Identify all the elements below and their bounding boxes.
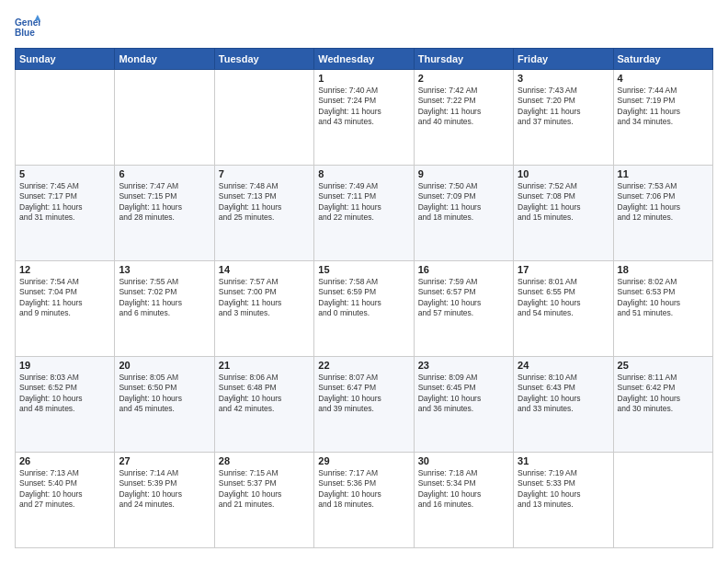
weekday-header-tuesday: Tuesday	[214, 49, 313, 70]
calendar-cell: 12Sunrise: 7:54 AM Sunset: 7:04 PM Dayli…	[16, 261, 115, 357]
calendar-cell: 27Sunrise: 7:14 AM Sunset: 5:39 PM Dayli…	[115, 453, 214, 548]
calendar-cell: 19Sunrise: 8:03 AM Sunset: 6:52 PM Dayli…	[16, 357, 115, 453]
calendar-cell: 8Sunrise: 7:49 AM Sunset: 7:11 PM Daylig…	[314, 166, 414, 261]
day-detail: Sunrise: 7:15 AM Sunset: 5:37 PM Dayligh…	[219, 468, 310, 511]
day-number: 3	[518, 73, 609, 84]
day-detail: Sunrise: 8:11 AM Sunset: 6:42 PM Dayligh…	[618, 373, 709, 415]
day-detail: Sunrise: 8:10 AM Sunset: 6:43 PM Dayligh…	[518, 373, 609, 415]
day-detail: Sunrise: 7:52 AM Sunset: 7:08 PM Dayligh…	[518, 181, 609, 224]
day-detail: Sunrise: 7:58 AM Sunset: 6:59 PM Dayligh…	[318, 277, 409, 319]
calendar-cell: 16Sunrise: 7:59 AM Sunset: 6:57 PM Dayli…	[414, 261, 513, 357]
calendar-cell: 10Sunrise: 7:52 AM Sunset: 7:08 PM Dayli…	[514, 166, 613, 261]
calendar-cell	[16, 70, 115, 166]
calendar-cell	[115, 70, 214, 166]
day-detail: Sunrise: 7:59 AM Sunset: 6:57 PM Dayligh…	[418, 277, 509, 319]
day-detail: Sunrise: 7:47 AM Sunset: 7:15 PM Dayligh…	[119, 181, 210, 224]
calendar-cell: 6Sunrise: 7:47 AM Sunset: 7:15 PM Daylig…	[115, 166, 214, 261]
calendar-cell: 20Sunrise: 8:05 AM Sunset: 6:50 PM Dayli…	[115, 357, 214, 453]
calendar-cell: 14Sunrise: 7:57 AM Sunset: 7:00 PM Dayli…	[214, 261, 313, 357]
day-detail: Sunrise: 8:07 AM Sunset: 6:47 PM Dayligh…	[318, 373, 409, 415]
calendar-cell: 29Sunrise: 7:17 AM Sunset: 5:36 PM Dayli…	[314, 453, 414, 548]
day-detail: Sunrise: 7:55 AM Sunset: 7:02 PM Dayligh…	[119, 277, 210, 319]
calendar-cell: 23Sunrise: 8:09 AM Sunset: 6:45 PM Dayli…	[414, 357, 513, 453]
calendar-cell: 17Sunrise: 8:01 AM Sunset: 6:55 PM Dayli…	[514, 261, 613, 357]
day-number: 6	[119, 168, 210, 179]
day-number: 23	[418, 360, 509, 371]
day-detail: Sunrise: 7:18 AM Sunset: 5:34 PM Dayligh…	[418, 468, 509, 511]
day-detail: Sunrise: 8:09 AM Sunset: 6:45 PM Dayligh…	[418, 373, 509, 415]
calendar-cell: 3Sunrise: 7:43 AM Sunset: 7:20 PM Daylig…	[514, 70, 613, 166]
logo: General Blue	[15, 15, 44, 40]
day-number: 4	[618, 73, 709, 84]
day-number: 12	[19, 264, 110, 275]
day-number: 31	[518, 455, 609, 466]
weekday-header-monday: Monday	[115, 49, 214, 70]
day-detail: Sunrise: 8:05 AM Sunset: 6:50 PM Dayligh…	[119, 373, 210, 415]
day-detail: Sunrise: 7:45 AM Sunset: 7:17 PM Dayligh…	[19, 181, 110, 224]
calendar-cell: 2Sunrise: 7:42 AM Sunset: 7:22 PM Daylig…	[414, 70, 513, 166]
day-number: 10	[518, 168, 609, 179]
day-number: 13	[119, 264, 210, 275]
day-number: 11	[618, 168, 709, 179]
day-detail: Sunrise: 7:50 AM Sunset: 7:09 PM Dayligh…	[418, 181, 509, 224]
day-number: 18	[618, 264, 709, 275]
day-number: 21	[219, 360, 310, 371]
day-detail: Sunrise: 7:53 AM Sunset: 7:06 PM Dayligh…	[618, 181, 709, 224]
day-detail: Sunrise: 8:03 AM Sunset: 6:52 PM Dayligh…	[19, 373, 110, 415]
calendar-table: SundayMondayTuesdayWednesdayThursdayFrid…	[15, 48, 713, 548]
day-detail: Sunrise: 7:17 AM Sunset: 5:36 PM Dayligh…	[318, 468, 409, 511]
day-detail: Sunrise: 7:54 AM Sunset: 7:04 PM Dayligh…	[19, 277, 110, 319]
day-number: 8	[318, 168, 409, 179]
day-number: 2	[418, 73, 509, 84]
day-detail: Sunrise: 7:44 AM Sunset: 7:19 PM Dayligh…	[618, 86, 709, 128]
weekday-header-thursday: Thursday	[414, 49, 513, 70]
day-number: 9	[418, 168, 509, 179]
week-row-5: 26Sunrise: 7:13 AM Sunset: 5:40 PM Dayli…	[16, 453, 713, 548]
day-number: 16	[418, 264, 509, 275]
week-row-3: 12Sunrise: 7:54 AM Sunset: 7:04 PM Dayli…	[16, 261, 713, 357]
day-number: 5	[19, 168, 110, 179]
day-number: 20	[119, 360, 210, 371]
weekday-header-friday: Friday	[514, 49, 613, 70]
day-number: 1	[318, 73, 409, 84]
svg-text:Blue: Blue	[15, 28, 35, 38]
day-detail: Sunrise: 7:49 AM Sunset: 7:11 PM Dayligh…	[318, 181, 409, 224]
day-number: 7	[219, 168, 310, 179]
calendar-cell: 26Sunrise: 7:13 AM Sunset: 5:40 PM Dayli…	[16, 453, 115, 548]
day-number: 17	[518, 264, 609, 275]
weekday-header-sunday: Sunday	[16, 49, 115, 70]
calendar-cell: 5Sunrise: 7:45 AM Sunset: 7:17 PM Daylig…	[16, 166, 115, 261]
day-detail: Sunrise: 7:14 AM Sunset: 5:39 PM Dayligh…	[119, 468, 210, 511]
day-detail: Sunrise: 8:06 AM Sunset: 6:48 PM Dayligh…	[219, 373, 310, 415]
day-number: 14	[219, 264, 310, 275]
day-detail: Sunrise: 7:42 AM Sunset: 7:22 PM Dayligh…	[418, 86, 509, 128]
day-number: 30	[418, 455, 509, 466]
day-detail: Sunrise: 7:40 AM Sunset: 7:24 PM Dayligh…	[318, 86, 409, 128]
header: General Blue	[15, 15, 713, 40]
day-number: 15	[318, 264, 409, 275]
calendar-cell: 24Sunrise: 8:10 AM Sunset: 6:43 PM Dayli…	[514, 357, 613, 453]
calendar-cell: 31Sunrise: 7:19 AM Sunset: 5:33 PM Dayli…	[514, 453, 613, 548]
day-number: 24	[518, 360, 609, 371]
weekday-header-saturday: Saturday	[613, 49, 712, 70]
weekday-header-row: SundayMondayTuesdayWednesdayThursdayFrid…	[16, 49, 713, 70]
day-detail: Sunrise: 7:19 AM Sunset: 5:33 PM Dayligh…	[518, 468, 609, 511]
day-detail: Sunrise: 7:48 AM Sunset: 7:13 PM Dayligh…	[219, 181, 310, 224]
weekday-header-wednesday: Wednesday	[314, 49, 414, 70]
calendar-cell: 18Sunrise: 8:02 AM Sunset: 6:53 PM Dayli…	[613, 261, 712, 357]
calendar-cell	[613, 453, 712, 548]
day-number: 25	[618, 360, 709, 371]
calendar-cell: 22Sunrise: 8:07 AM Sunset: 6:47 PM Dayli…	[314, 357, 414, 453]
calendar-cell: 30Sunrise: 7:18 AM Sunset: 5:34 PM Dayli…	[414, 453, 513, 548]
day-detail: Sunrise: 7:43 AM Sunset: 7:20 PM Dayligh…	[518, 86, 609, 128]
calendar-cell	[214, 70, 313, 166]
day-detail: Sunrise: 8:02 AM Sunset: 6:53 PM Dayligh…	[618, 277, 709, 319]
calendar-cell: 1Sunrise: 7:40 AM Sunset: 7:24 PM Daylig…	[314, 70, 414, 166]
calendar-cell: 25Sunrise: 8:11 AM Sunset: 6:42 PM Dayli…	[613, 357, 712, 453]
calendar-cell: 28Sunrise: 7:15 AM Sunset: 5:37 PM Dayli…	[214, 453, 313, 548]
calendar-cell: 21Sunrise: 8:06 AM Sunset: 6:48 PM Dayli…	[214, 357, 313, 453]
day-number: 19	[19, 360, 110, 371]
week-row-1: 1Sunrise: 7:40 AM Sunset: 7:24 PM Daylig…	[16, 70, 713, 166]
day-number: 28	[219, 455, 310, 466]
calendar-cell: 15Sunrise: 7:58 AM Sunset: 6:59 PM Dayli…	[314, 261, 414, 357]
